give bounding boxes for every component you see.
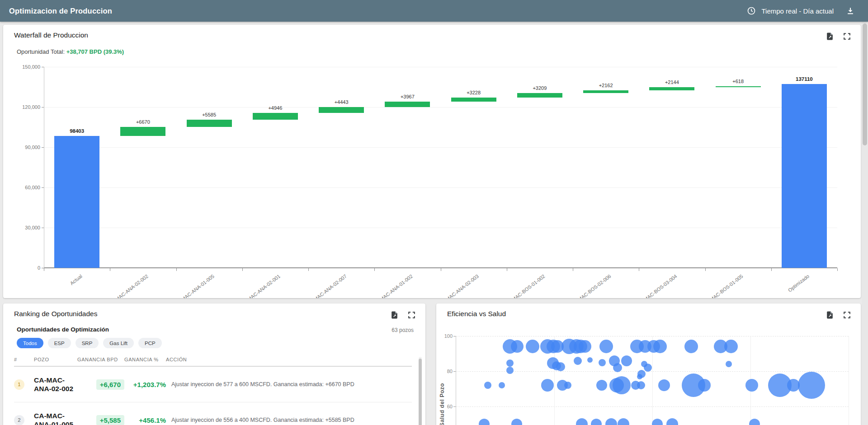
bar-value-label: +2144 — [665, 79, 679, 85]
waterfall-bar[interactable] — [385, 102, 430, 107]
bar-value-label: +5585 — [202, 112, 216, 117]
rank-badge: 2 — [14, 415, 24, 425]
waterfall-bar[interactable] — [54, 136, 99, 268]
bubble-point[interactable] — [745, 379, 758, 392]
ranking-panel: Ranking de Oportunidades Oportunidades d… — [3, 304, 425, 425]
waterfall-bar[interactable] — [517, 93, 562, 98]
rank-cell: 1 — [14, 379, 34, 390]
table-scrollbar-thumb[interactable] — [419, 359, 422, 425]
waterfall-bar[interactable] — [253, 113, 298, 120]
x-category-label: CA-MAC-ANA-01-002 — [372, 273, 414, 298]
bubble-point[interactable] — [479, 419, 490, 425]
y-tick-label: 120,000 — [22, 104, 40, 110]
bubble-point[interactable] — [556, 362, 565, 371]
x-category-label: CA-MAC-BOS-02-006 — [570, 273, 612, 298]
bar-value-label: +3209 — [533, 85, 547, 91]
bar-value-label: +4443 — [335, 99, 349, 105]
bubble-point[interactable] — [724, 340, 738, 353]
opportunity-total: Oportunidad Total: +38,707 BPD (39.3%) — [17, 48, 124, 55]
bubble-point[interactable] — [526, 340, 539, 353]
bubble-point[interactable] — [576, 418, 588, 425]
bubble-point[interactable] — [637, 381, 645, 389]
rank-cell: 2 — [14, 415, 34, 425]
x-tick-mark — [639, 268, 639, 271]
bubble-point[interactable] — [499, 382, 505, 388]
export-file-icon[interactable] — [389, 310, 399, 320]
y-tick-label: 80 — [447, 369, 453, 374]
x-category-label: CA-MAC-ANA-02-007 — [306, 273, 347, 298]
waterfall-bar[interactable] — [187, 120, 232, 127]
bubble-point[interactable] — [599, 359, 606, 366]
page-scrollbar-thumb[interactable] — [863, 23, 867, 145]
opportunity-total-label: Oportunidad Total: — [17, 48, 65, 55]
bubble-point[interactable] — [644, 364, 652, 372]
bar-value-label: +3228 — [467, 90, 481, 95]
x-tick-mark — [441, 268, 441, 271]
y-tick-label: 150,000 — [22, 64, 40, 70]
waterfall-bar[interactable] — [319, 107, 364, 113]
bubble-point[interactable] — [511, 340, 524, 353]
bubble-point[interactable] — [511, 419, 522, 425]
x-tick-mark — [705, 268, 706, 271]
bubble-point[interactable] — [596, 380, 607, 391]
bubble-point[interactable] — [658, 379, 670, 391]
waterfall-panel-title: Waterfall de Produccion — [14, 31, 88, 39]
bubble-point[interactable] — [564, 382, 571, 389]
x-category-label: CA-MAC-BOS-01-005 — [702, 273, 744, 298]
y-tick-label: 90,000 — [25, 145, 40, 150]
y-tick-label: 100 — [444, 333, 453, 339]
bubble-point[interactable] — [726, 361, 732, 367]
bubble-point[interactable] — [798, 372, 825, 399]
x-tick-mark — [176, 268, 177, 271]
export-file-icon[interactable] — [825, 31, 835, 41]
y-tick-mark — [453, 406, 456, 407]
bubble-point[interactable] — [506, 367, 514, 374]
bubble-point[interactable] — [749, 419, 760, 425]
filter-chip-todos[interactable]: Todos — [17, 338, 43, 348]
waterfall-bar[interactable] — [451, 98, 496, 102]
filter-chip-pcp[interactable]: PCP — [138, 338, 162, 348]
ganancia-bpd-value: +5,585 — [96, 415, 124, 425]
download-icon[interactable] — [845, 6, 855, 16]
bubble-point[interactable] — [637, 370, 646, 378]
bubble-point[interactable] — [506, 360, 514, 367]
bubble-point[interactable] — [613, 376, 631, 394]
app-header: Optimizacion de Produccion Tiempo real -… — [0, 0, 868, 22]
bubble-point[interactable] — [587, 357, 593, 363]
fullscreen-icon[interactable] — [842, 31, 852, 41]
waterfall-bar[interactable] — [716, 86, 761, 87]
waterfall-bar[interactable] — [120, 127, 165, 136]
bubble-point[interactable] — [618, 418, 629, 425]
x-category-label: CA-MAC-ANA-02-001 — [240, 273, 281, 298]
waterfall-bar[interactable] — [782, 84, 827, 268]
bubble-point[interactable] — [605, 418, 617, 425]
bubble-point[interactable] — [484, 382, 491, 389]
bar-value-label: +4946 — [268, 105, 282, 111]
bubble-point[interactable] — [666, 418, 678, 425]
fullscreen-icon[interactable] — [406, 310, 416, 320]
x-category-label: Optimizado — [787, 273, 810, 293]
bubble-point[interactable] — [591, 419, 602, 425]
waterfall-bar[interactable] — [583, 90, 628, 93]
ganancia-pct-value: +1,203.7% — [133, 381, 166, 388]
x-tick-mark — [771, 268, 772, 271]
bubble-point[interactable] — [698, 379, 711, 392]
bubble-point[interactable] — [684, 340, 698, 353]
bubble-point[interactable] — [652, 419, 663, 425]
waterfall-bar[interactable] — [649, 87, 694, 90]
table-row[interactable]: 1CA-MAC-ANA-02-002+6,670+1,203.7%Ajustar… — [14, 367, 412, 402]
bubble-point[interactable] — [653, 340, 667, 353]
bubble-point[interactable] — [574, 357, 582, 365]
bubble-point[interactable] — [599, 340, 613, 353]
x-category-label: CA-MAC-BOS-01-002 — [504, 273, 546, 298]
filter-chip-gas-lift[interactable]: Gas Lift — [103, 338, 134, 348]
bubble-point[interactable] — [541, 379, 554, 392]
filter-chip-esp[interactable]: ESP — [48, 338, 71, 348]
bubble-chart: Salud del Pozo 1008060 — [436, 304, 861, 425]
bubble-point[interactable] — [621, 355, 632, 366]
waterfall-chart: 98403Actual+6670CA-MAC-ANA-02-002+5585CA… — [3, 67, 861, 298]
bubble-point[interactable] — [613, 363, 622, 372]
table-row[interactable]: 2CA-MAC-ANA-01-005+5,585+456.1%Ajustar i… — [14, 402, 412, 425]
bubble-point[interactable] — [579, 340, 591, 353]
filter-chip-srp[interactable]: SRP — [75, 338, 99, 348]
